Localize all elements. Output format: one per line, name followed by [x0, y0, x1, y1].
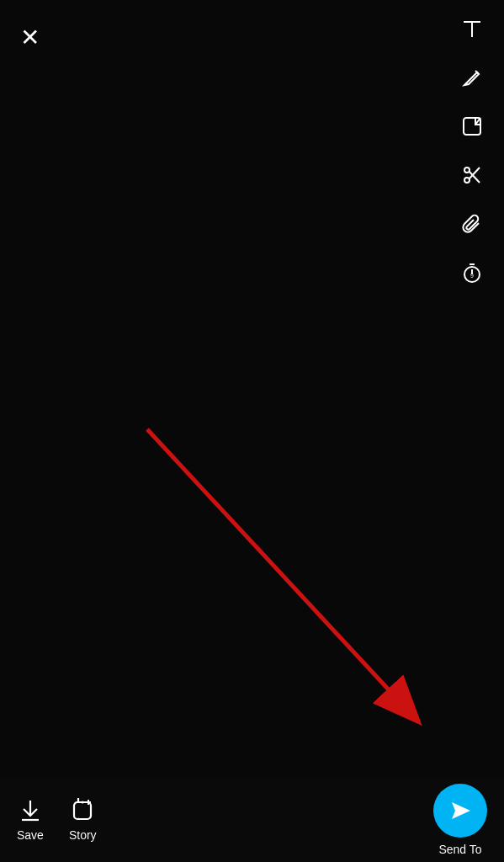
- story-button[interactable]: + Story: [69, 798, 97, 842]
- svg-text:+: +: [77, 816, 81, 821]
- paperclip-icon[interactable]: [457, 209, 487, 239]
- bottom-bar: Save + Story Send To: [0, 778, 504, 862]
- send-to-circle: [433, 784, 487, 838]
- svg-line-12: [147, 429, 416, 720]
- svg-point-17: [82, 801, 84, 804]
- svg-marker-21: [452, 802, 470, 819]
- bottom-left-actions: Save + Story: [17, 798, 97, 842]
- save-button[interactable]: Save: [17, 798, 44, 842]
- close-button[interactable]: ✕: [20, 24, 40, 51]
- send-to-button[interactable]: Send To: [433, 784, 487, 856]
- svg-text:9: 9: [470, 273, 474, 279]
- pencil-icon[interactable]: [457, 62, 487, 93]
- arrow-annotation: [0, 0, 504, 862]
- right-toolbar: 9: [457, 13, 487, 288]
- text-icon[interactable]: [457, 13, 487, 44]
- story-label: Story: [69, 828, 97, 842]
- send-to-label: Send To: [438, 843, 481, 856]
- timer-icon[interactable]: 9: [457, 258, 487, 288]
- scissors-icon[interactable]: [457, 160, 487, 190]
- sticker-icon[interactable]: [457, 111, 487, 141]
- save-label: Save: [17, 828, 44, 842]
